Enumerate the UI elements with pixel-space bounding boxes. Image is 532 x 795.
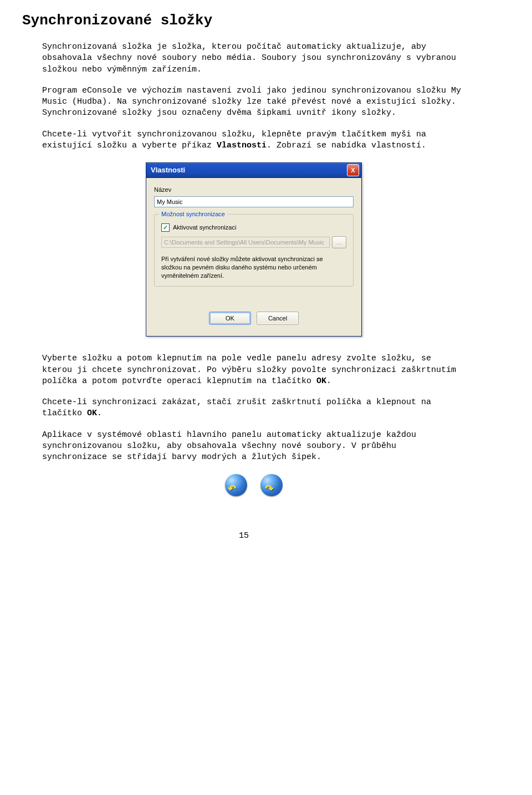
properties-dialog: Vlastnosti X Název Možnost synchronizace… (146, 162, 362, 337)
paragraph-4-c: . (326, 376, 331, 386)
paragraph-5: Chcete-li synchronizaci zakázat, stačí z… (42, 397, 466, 420)
paragraph-6: Aplikace v systémové oblasti hlavního pa… (42, 430, 466, 463)
paragraph-5-c: . (97, 409, 102, 418)
sync-globe-forward-icon: ↷ (259, 473, 284, 497)
enable-sync-label: Aktivovat synchronizaci (173, 223, 236, 232)
sync-globe-back-icon: ↶ (224, 473, 248, 497)
paragraph-5-bold: OK (87, 409, 97, 418)
sync-group-title: Možnost synchronizace (159, 210, 227, 218)
ok-button-label: OK (226, 314, 234, 323)
paragraph-1: Synchronizovaná složka je složka, kterou… (42, 42, 466, 75)
paragraph-4-a: Vyberte složku a potom klepnutím na pole… (42, 354, 456, 386)
browse-button[interactable]: ... (332, 236, 346, 248)
paragraph-4: Vyberte složku a potom klepnutím na pole… (42, 353, 466, 387)
dialog-title: Vlastnosti (151, 165, 347, 175)
enable-sync-checkbox[interactable]: ✓ (161, 223, 170, 232)
paragraph-4-bold: OK (316, 376, 326, 386)
paragraph-2: Program eConsole ve výchozím nastavení z… (42, 85, 466, 119)
sync-help-text: Při vytváření nové složky můžete aktivov… (161, 255, 346, 280)
dialog-titlebar: Vlastnosti X (146, 163, 361, 178)
ok-button[interactable]: OK (209, 312, 251, 325)
close-button[interactable]: X (347, 164, 359, 176)
name-field[interactable] (154, 196, 354, 207)
cancel-button[interactable]: Cancel (257, 312, 299, 325)
paragraph-3-c: . Zobrazí se nabídka vlastností. (267, 141, 426, 150)
sync-group: Možnost synchronizace ✓ Aktivovat synchr… (154, 214, 354, 287)
ellipsis-icon: ... (336, 238, 341, 247)
cancel-button-label: Cancel (268, 314, 287, 323)
check-icon: ✓ (163, 225, 168, 231)
paragraph-3-bold: Vlastnosti (217, 141, 267, 150)
close-icon: X (351, 166, 355, 175)
name-label: Název (154, 186, 354, 194)
page-title: Synchronizované složky (22, 11, 466, 30)
sync-path-field (161, 237, 330, 248)
page-number: 15 (22, 531, 466, 542)
paragraph-3: Chcete-li vytvořit synchronizovanou slož… (42, 129, 466, 152)
